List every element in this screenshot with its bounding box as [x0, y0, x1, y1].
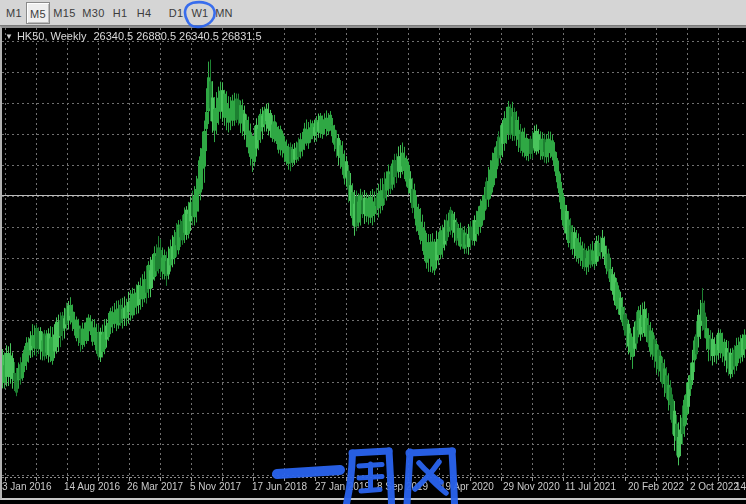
chart-symbol-period: HK50, Weekly [17, 30, 87, 42]
x-axis-label: 19 Apr 2020 [440, 481, 494, 492]
x-axis-label: 2 Oct 2022 [690, 481, 739, 492]
timeframe-button-w1[interactable]: W1 [188, 2, 212, 24]
x-axis-label: 27 Jan 2019 [315, 481, 370, 492]
app-root: M1M5M15M30H1H4D1W1MN ▼HK50, Weekly26340.… [0, 0, 746, 504]
x-axis: 3 Jan 201614 Aug 201626 Mar 20175 Nov 20… [2, 480, 746, 496]
x-axis-label: 20 Feb 2022 [628, 481, 684, 492]
chart-title: ▼HK50, Weekly26340.5 26880.5 26340.5 268… [5, 30, 262, 42]
timeframe-button-m5[interactable]: M5 [26, 2, 50, 24]
chart-ohlc-values: 26340.5 26880.5 26340.5 26831.5 [93, 30, 261, 42]
timeframe-toolbar: M1M5M15M30H1H4D1W1MN [0, 0, 746, 26]
x-axis-label: 8 Sep 2019 [377, 481, 428, 492]
timeframe-button-h1[interactable]: H1 [108, 2, 132, 24]
x-axis-label: 14 Aug 2016 [64, 481, 120, 492]
timeframe-button-d1[interactable]: D1 [164, 2, 188, 24]
x-axis-label: 14 [735, 481, 746, 492]
x-axis-label: 3 Jan 2016 [2, 481, 52, 492]
timeframe-button-m30[interactable]: M30 [79, 2, 108, 24]
x-axis-label: 26 Mar 2017 [127, 481, 183, 492]
timeframe-button-h4[interactable]: H4 [132, 2, 156, 24]
x-axis-label: 17 Jun 2018 [252, 481, 307, 492]
candles-canvas[interactable] [2, 28, 746, 498]
x-axis-label: 5 Nov 2017 [190, 481, 241, 492]
timeframe-button-m15[interactable]: M15 [50, 2, 79, 24]
chart-window: ▼HK50, Weekly26340.5 26880.5 26340.5 268… [0, 26, 746, 500]
x-axis-label: 11 Jul 2021 [565, 481, 616, 492]
chart-dropdown-icon: ▼ [5, 32, 13, 41]
x-axis-label: 29 Nov 2020 [503, 481, 560, 492]
timeframe-button-m1[interactable]: M1 [2, 2, 26, 24]
timeframe-button-mn[interactable]: MN [212, 2, 236, 24]
